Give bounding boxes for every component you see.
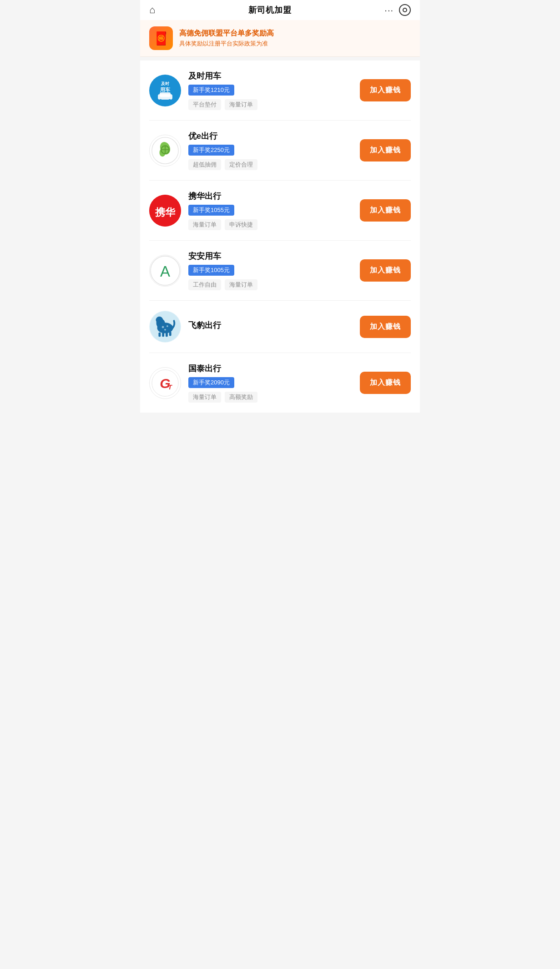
page-title: 新司机加盟: [248, 5, 292, 15]
service-info-jishi: 及时用车 新手奖1210元 平台垫付 海量订单: [188, 71, 353, 110]
svg-point-6: [168, 99, 171, 102]
tag-anan-1: 海量订单: [225, 279, 257, 290]
service-item-youe: 优e出行 新手奖2250元 超低抽佣 定价合理 加入赚钱: [149, 121, 411, 181]
tags-xiehua: 海量订单 申诉快捷: [188, 219, 353, 230]
badge-anan: 新手奖1005元: [188, 265, 234, 276]
svg-point-22: [162, 326, 164, 328]
scan-icon[interactable]: [399, 4, 411, 16]
svg-rect-26: [162, 333, 164, 337]
service-info-xiehua: 携华出行 新手奖1055元 海量订单 申诉快捷: [188, 191, 353, 230]
badge-youe: 新手奖2250元: [188, 145, 234, 156]
svg-rect-28: [169, 332, 172, 336]
service-info-feibao: 飞豹出行: [188, 320, 353, 334]
service-name-jishi: 及时用车: [188, 71, 353, 81]
service-name-xiehua: 携华出行: [188, 191, 353, 202]
tag-jishi-1: 海量订单: [225, 99, 257, 110]
tags-guotai: 海量订单 高额奖励: [188, 392, 353, 403]
svg-text:用车: 用车: [160, 87, 171, 92]
join-button-youe[interactable]: 加入赚钱: [360, 139, 411, 162]
tag-youe-1: 定价合理: [225, 159, 257, 170]
tag-guotai-1: 高额奖励: [225, 392, 257, 403]
banner-subtitle: 具体奖励以注册平台实际政策为准: [179, 40, 274, 48]
logo-guotai: G T: [149, 367, 181, 399]
service-name-youe: 优e出行: [188, 131, 353, 141]
service-info-youe: 优e出行 新手奖2250元 超低抽佣 定价合理: [188, 131, 353, 170]
banner-title: 高德免佣联盟平台单多奖励高: [179, 29, 274, 38]
tags-jishi: 平台垫付 海量订单: [188, 99, 353, 110]
service-list: 及时 用车 及时用车 新手奖1210元 平台垫付 海量订单 加入赚钱: [140, 61, 420, 413]
badge-guotai: 新手奖2090元: [188, 377, 234, 388]
svg-point-5: [159, 99, 162, 102]
scan-inner: [403, 8, 407, 12]
join-button-guotai[interactable]: 加入赚钱: [360, 372, 411, 394]
svg-text:T: T: [168, 384, 172, 391]
promotion-banner[interactable]: 🧧 高德免佣联盟平台单多奖励高 具体奖励以注册平台实际政策为准: [140, 20, 420, 57]
home-icon[interactable]: ⌂: [149, 4, 155, 16]
logo-youe: [149, 135, 181, 167]
logo-jishi: 及时 用车: [149, 75, 181, 106]
tag-jishi-0: 平台垫付: [188, 99, 221, 110]
svg-rect-4: [160, 92, 171, 97]
more-icon[interactable]: ···: [384, 5, 394, 15]
tag-anan-0: 工作自由: [188, 279, 221, 290]
join-button-jishi[interactable]: 加入赚钱: [360, 79, 411, 101]
banner-icon: 🧧: [149, 26, 173, 50]
join-button-feibao[interactable]: 加入赚钱: [360, 316, 411, 338]
logo-feibao: [149, 311, 181, 343]
service-item-xiehua: 携华 携华出行 新手奖1055元 海量订单 申诉快捷 加入赚钱: [149, 181, 411, 241]
service-item-jishi: 及时 用车 及时用车 新手奖1210元 平台垫付 海量订单 加入赚钱: [149, 61, 411, 121]
svg-point-21: [156, 317, 163, 324]
service-item-feibao: 飞豹出行 加入赚钱: [149, 301, 411, 353]
service-name-guotai: 国泰出行: [188, 363, 353, 374]
banner-text: 高德免佣联盟平台单多奖励高 具体奖励以注册平台实际政策为准: [179, 29, 274, 48]
service-item-anan: A 安安用车 新手奖1005元 工作自由 海量订单 加入赚钱: [149, 241, 411, 301]
nav-right-icons: ···: [384, 4, 411, 16]
nav-bar: ⌂ 新司机加盟 ···: [140, 0, 420, 20]
svg-rect-27: [166, 333, 168, 337]
tags-anan: 工作自由 海量订单: [188, 279, 353, 290]
tag-youe-0: 超低抽佣: [188, 159, 221, 170]
service-info-anan: 安安用车 新手奖1005元 工作自由 海量订单: [188, 251, 353, 290]
svg-point-23: [166, 325, 168, 327]
svg-text:A: A: [160, 262, 170, 279]
svg-point-24: [164, 329, 166, 331]
join-button-xiehua[interactable]: 加入赚钱: [360, 199, 411, 222]
join-button-anan[interactable]: 加入赚钱: [360, 259, 411, 282]
service-name-feibao: 飞豹出行: [188, 320, 353, 331]
badge-xiehua: 新手奖1055元: [188, 205, 234, 216]
tags-youe: 超低抽佣 定价合理: [188, 159, 353, 170]
svg-text:及时: 及时: [161, 81, 170, 86]
service-item-guotai: G T 国泰出行 新手奖2090元 海量订单 高额奖励 加入赚钱: [149, 353, 411, 413]
service-name-anan: 安安用车: [188, 251, 353, 262]
service-info-guotai: 国泰出行 新手奖2090元 海量订单 高额奖励: [188, 363, 353, 403]
svg-text:携华: 携华: [155, 207, 176, 218]
tag-xiehua-0: 海量订单: [188, 219, 221, 230]
tag-xiehua-1: 申诉快捷: [225, 219, 257, 230]
badge-jishi: 新手奖1210元: [188, 85, 234, 96]
tag-guotai-0: 海量订单: [188, 392, 221, 403]
svg-rect-25: [158, 333, 161, 337]
logo-xiehua: 携华: [149, 195, 181, 227]
logo-anan: A: [149, 255, 181, 287]
